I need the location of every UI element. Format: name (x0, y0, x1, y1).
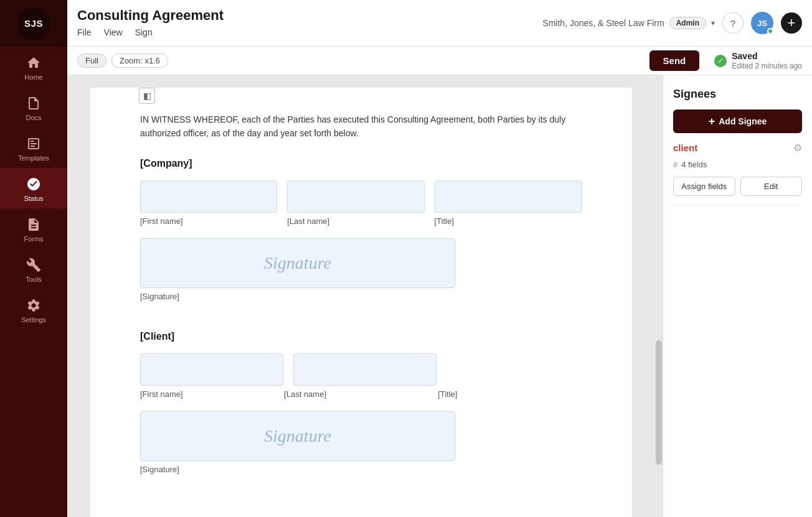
sidebar-item-templates[interactable]: Templates (0, 128, 67, 168)
company-signature-box[interactable]: Signature (140, 238, 455, 288)
logo-circle: SJS (17, 7, 50, 40)
section-gap (140, 316, 582, 331)
signee-item-client: client ⚙ # 4 fields Assign fields Edit (673, 142, 802, 205)
doc-intro-text: IN WITNESS WHEREOF, each of the Parties … (140, 113, 582, 141)
edit-signee-button[interactable]: Edit (740, 177, 803, 196)
sidebar-item-label: Status (24, 195, 43, 202)
client-first-name-field[interactable] (140, 353, 283, 386)
company-field-labels: [First name] [Last name] [Title] (140, 217, 582, 226)
sidebar-item-home[interactable]: Home (0, 47, 67, 87)
client-section: [Client] [First name] [Last name] [Title… (140, 331, 582, 474)
sidebar-item-tools[interactable]: Tools (0, 249, 67, 289)
toolbar: Full Zoom: x1.6 Send ✓ Saved Edited 2 mi… (67, 47, 812, 75)
collapse-panel-icon[interactable]: ◧ (139, 88, 155, 104)
company-section-title: [Company] (140, 158, 582, 169)
company-section: [Company] [First name] [Last name] [Titl… (140, 158, 582, 301)
client-signature-placeholder: Signature (264, 426, 331, 446)
company-signature-placeholder: Signature (264, 253, 331, 273)
settings-icon (26, 298, 41, 313)
company-first-name-field[interactable] (140, 180, 277, 213)
sidebar-item-label: Templates (18, 154, 49, 162)
content-area: ◧ IN WITNESS WHEREOF, each of the Partie… (67, 75, 812, 517)
signee-fields-count: # 4 fields (673, 160, 802, 169)
client-signature-box[interactable]: Signature (140, 411, 455, 461)
sidebar-item-label: Docs (26, 114, 41, 121)
sidebar-item-status[interactable]: Status (0, 168, 67, 208)
saved-text-block: Saved Edited 2 minutes ago (732, 50, 802, 72)
add-signee-button[interactable]: + Add Signee (673, 109, 802, 133)
client-field-row (140, 353, 582, 386)
company-last-name-field[interactable] (287, 180, 424, 213)
document-panel[interactable]: ◧ IN WITNESS WHEREOF, each of the Partie… (67, 75, 655, 517)
send-button[interactable]: Send (649, 50, 700, 71)
document-page: IN WITNESS WHEREOF, each of the Parties … (90, 88, 632, 517)
status-icon (26, 177, 41, 192)
tools-icon (26, 258, 41, 272)
main-area: Consulting Agreement File View Sign Smit… (67, 0, 812, 517)
header-right: Smith, Jones, & Steel Law Firm Admin ▾ ?… (542, 12, 802, 34)
client-field-labels: [First name] [Last name] [Title] (140, 389, 582, 399)
menu-file[interactable]: File (77, 26, 92, 39)
company-signature-label: [Signature] (140, 292, 582, 301)
forms-icon (26, 217, 41, 232)
assign-fields-button[interactable]: Assign fields (673, 177, 735, 196)
hash-icon: # (673, 160, 677, 169)
firm-info: Smith, Jones, & Steel Law Firm Admin ▾ (542, 17, 715, 29)
admin-badge[interactable]: Admin (669, 17, 706, 29)
saved-status: ✓ Saved Edited 2 minutes ago (714, 50, 802, 72)
online-indicator (767, 28, 773, 34)
docs-icon (26, 96, 41, 111)
help-button[interactable]: ? (722, 12, 744, 34)
client-last-name-field[interactable] (293, 353, 437, 386)
company-title-label: [Title] (435, 217, 582, 226)
home-icon (26, 55, 41, 70)
menu-view[interactable]: View (104, 26, 123, 39)
full-view-tag[interactable]: Full (77, 54, 106, 68)
company-first-name-label: [First name] (140, 217, 277, 226)
saved-sub-text: Edited 2 minutes ago (732, 62, 802, 72)
sidebar-logo: SJS (0, 0, 67, 47)
signee-actions: Assign fields Edit (673, 177, 802, 196)
user-avatar[interactable]: JS (751, 12, 773, 34)
sidebar-item-label: Forms (24, 235, 43, 243)
header-menu: File View Sign (77, 26, 542, 39)
sidebar: SJS Home Docs Templates Status Forms Too… (0, 0, 67, 517)
sidebar-item-label: Settings (21, 316, 46, 324)
plus-icon: + (709, 116, 715, 127)
client-signature-label: [Signature] (140, 465, 582, 474)
client-title-label: [Title] (438, 389, 582, 399)
menu-sign[interactable]: Sign (135, 26, 153, 39)
sidebar-item-label: Tools (26, 276, 42, 283)
signees-title: Signees (673, 88, 802, 101)
company-title-field[interactable] (435, 180, 582, 213)
signee-header: client ⚙ (673, 142, 802, 154)
zoom-tag[interactable]: Zoom: x1.6 (111, 54, 168, 68)
scrollbar-thumb (656, 340, 662, 465)
sidebar-item-label: Home (24, 73, 42, 81)
signee-name: client (673, 142, 697, 153)
header: Consulting Agreement File View Sign Smit… (67, 0, 812, 47)
sidebar-item-settings[interactable]: Settings (0, 289, 67, 330)
saved-main-text: Saved (732, 50, 802, 62)
client-first-name-label: [First name] (140, 389, 274, 399)
company-last-name-label: [Last name] (287, 217, 424, 226)
signees-panel: Signees + Add Signee client ⚙ # 4 fields… (663, 75, 812, 517)
client-last-name-label: [Last name] (284, 389, 418, 399)
client-section-title: [Client] (140, 331, 582, 342)
sidebar-item-docs[interactable]: Docs (0, 87, 67, 128)
sidebar-item-forms[interactable]: Forms (0, 208, 67, 249)
signee-gear-icon[interactable]: ⚙ (793, 142, 802, 154)
document-title: Consulting Agreement (77, 7, 542, 24)
doc-scrollbar[interactable] (655, 75, 663, 517)
chevron-down-icon[interactable]: ▾ (711, 19, 715, 27)
templates-icon (26, 136, 41, 151)
add-button[interactable]: + (781, 12, 802, 34)
firm-name: Smith, Jones, & Steel Law Firm (542, 18, 664, 28)
company-field-row (140, 180, 582, 213)
header-left: Consulting Agreement File View Sign (77, 7, 542, 39)
saved-check-icon: ✓ (714, 55, 727, 67)
